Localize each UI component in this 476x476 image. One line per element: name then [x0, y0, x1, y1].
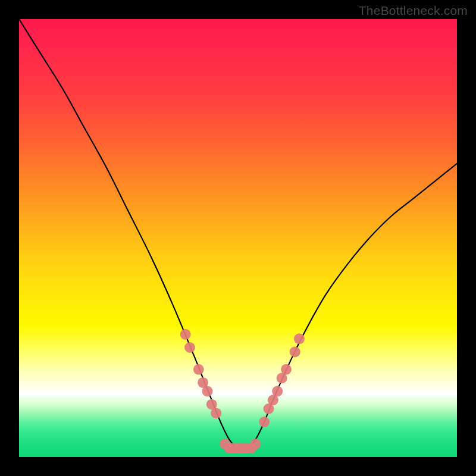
- marker-dot: [281, 364, 292, 375]
- watermark-text: TheBottleneck.com: [359, 4, 468, 18]
- marker-dot: [193, 364, 204, 375]
- chart-frame: TheBottleneck.com: [0, 0, 476, 476]
- marker-dot: [290, 346, 300, 357]
- plot-area: [19, 19, 457, 457]
- chart-svg: [19, 19, 457, 457]
- marker-group: [180, 329, 305, 453]
- marker-dot: [211, 408, 221, 418]
- marker-dot: [202, 386, 213, 397]
- marker-dot: [272, 386, 283, 397]
- marker-dot: [180, 329, 191, 340]
- marker-dot: [259, 416, 270, 427]
- bottleneck-curve: [19, 19, 457, 449]
- marker-dot: [294, 333, 305, 344]
- marker-dot: [184, 342, 195, 353]
- marker-dot: [250, 439, 261, 449]
